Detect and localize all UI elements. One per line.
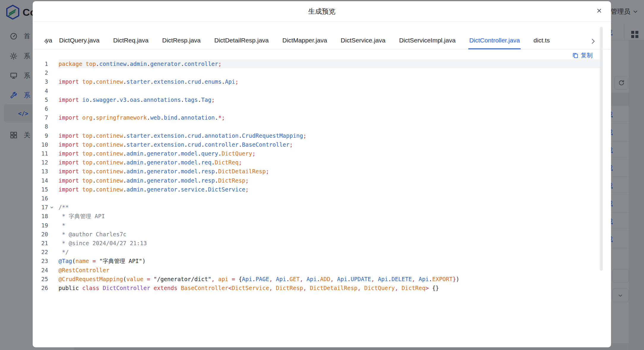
copy-label: 复制 [581, 51, 593, 59]
code-line: 2 [33, 68, 600, 77]
line-number: 19 [33, 221, 48, 230]
tab-label: DictMapper.java [282, 37, 327, 44]
code-line: 5import io.swagger.v3.oas.annotations.ta… [33, 95, 600, 104]
tab-label: DictReq.java [113, 37, 148, 44]
code-line: 6 [33, 104, 600, 113]
fold-gutter [48, 131, 58, 140]
fold-gutter [48, 104, 58, 113]
code-line-content [58, 86, 600, 95]
tabs-scroll-right-icon[interactable] [590, 38, 596, 45]
code-line-content [58, 122, 600, 131]
line-number: 9 [33, 131, 48, 140]
tabs-scroll-left-icon[interactable] [43, 38, 49, 45]
code-line: 16 [33, 194, 600, 203]
code-line: 21 * @since 2024/04/27 21:13 [33, 239, 600, 248]
tab-DictQuery.java[interactable]: DictQuery.java [52, 37, 106, 49]
fold-gutter [48, 203, 58, 212]
code-line-content: import top.continew.admin.generator.mode… [58, 149, 600, 158]
tab-label: DictResp.java [162, 37, 201, 44]
code-line-content: import io.swagger.v3.oas.annotations.tag… [58, 95, 600, 104]
code-line: 3import top.continew.starter.extension.c… [33, 77, 600, 86]
code-line: 15import top.continew.admin.generator.se… [33, 185, 600, 194]
code-line-content: * @since 2024/04/27 21:13 [58, 239, 600, 248]
code-line-content: * @author Charles7c [58, 230, 600, 239]
tab-DictController.java[interactable]: DictController.java [462, 37, 526, 49]
fold-gutter [48, 266, 58, 275]
code-line: 11import top.continew.admin.generator.mo… [33, 149, 600, 158]
code-line: 17/** [33, 203, 600, 212]
tab-DictServiceImpl.java[interactable]: DictServiceImpl.java [392, 37, 462, 49]
code-line-content: */ [58, 248, 600, 256]
code-line-content: package top.continew.admin.generator.con… [58, 59, 600, 68]
fold-gutter [48, 212, 58, 221]
line-number: 23 [33, 256, 48, 265]
code-line: 1package top.continew.admin.generator.co… [33, 59, 600, 68]
fold-gutter [48, 167, 58, 176]
scrollbar-thumb[interactable] [600, 27, 603, 271]
fold-gutter [48, 194, 58, 203]
code-line-content: * [58, 221, 600, 230]
line-number: 13 [33, 167, 48, 176]
code-preview-body: 复制 1package top.continew.admin.generator… [33, 50, 611, 347]
fold-gutter [48, 158, 58, 167]
fold-chevron-icon[interactable] [50, 205, 54, 209]
fold-gutter [48, 113, 58, 122]
fold-gutter [48, 185, 58, 194]
fold-gutter [48, 221, 58, 230]
code-block: 1package top.continew.admin.generator.co… [33, 59, 600, 292]
code-line-content: @Tag(name = "字典管理 API") [58, 256, 600, 265]
line-number: 3 [33, 77, 48, 86]
close-icon[interactable]: × [594, 5, 605, 16]
code-line-content: import top.continew.admin.generator.mode… [58, 176, 600, 185]
code-line-content: import top.continew.starter.extension.cr… [58, 77, 600, 86]
code-line: 20 * @author Charles7c [33, 230, 600, 239]
file-tabs-bar: va DictQuery.javaDictReq.javaDictResp.ja… [33, 22, 611, 50]
code-line-content [58, 68, 600, 77]
fold-gutter [48, 239, 58, 248]
tab-dict.ts[interactable]: dict.ts [527, 37, 557, 49]
line-number: 11 [33, 149, 48, 158]
line-number: 2 [33, 68, 48, 77]
code-line: 26public class DictController extends Ba… [33, 284, 600, 292]
tab-DictMapper.java[interactable]: DictMapper.java [276, 37, 334, 49]
fold-gutter [48, 284, 58, 292]
code-line-content [58, 104, 600, 113]
code-line-content: import top.continew.starter.extension.cr… [58, 140, 600, 149]
code-line: 19 * [33, 221, 600, 230]
tab-DictResp.java[interactable]: DictResp.java [155, 37, 208, 49]
tab-DictService.java[interactable]: DictService.java [334, 37, 393, 49]
code-line-content: @RestController [58, 266, 600, 275]
line-number: 18 [33, 212, 48, 221]
screen: Co 首系系系关 </> 管理员 成 成成成成成成成成 [0, 0, 644, 350]
copy-button[interactable]: 复制 [572, 51, 593, 59]
line-number: 20 [33, 230, 48, 239]
tab-DictDetailResp.java[interactable]: DictDetailResp.java [208, 37, 276, 49]
line-number: 16 [33, 194, 48, 203]
fold-gutter [48, 149, 58, 158]
fold-gutter [48, 68, 58, 77]
line-number: 15 [33, 185, 48, 194]
tab-label: DictServiceImpl.java [399, 37, 455, 44]
code-line-content: /** [58, 203, 600, 212]
tab-label: dict.ts [534, 37, 550, 44]
tab-label: DictService.java [341, 37, 386, 44]
tab-label: DictQuery.java [59, 37, 99, 44]
tab-label: DictController.java [469, 37, 520, 44]
code-line: 14import top.continew.admin.generator.mo… [33, 176, 600, 185]
fold-gutter [48, 248, 58, 256]
fold-gutter [48, 275, 58, 284]
tab-DictReq.java[interactable]: DictReq.java [106, 37, 155, 49]
line-number: 1 [33, 59, 48, 68]
active-tab-underline [468, 48, 520, 49]
line-number: 26 [33, 284, 48, 292]
code-line: 18 * 字典管理 API [33, 212, 600, 221]
fold-gutter [48, 140, 58, 149]
fold-gutter [48, 59, 58, 68]
line-number: 4 [33, 86, 48, 95]
generate-preview-modal: 生成预览 × va DictQuery.javaDictReq.javaDict… [33, 1, 611, 347]
line-number: 25 [33, 275, 48, 284]
code-line: 10import top.continew.starter.extension.… [33, 140, 600, 149]
fold-gutter [48, 122, 58, 131]
line-number: 7 [33, 113, 48, 122]
code-line: 12import top.continew.admin.generator.mo… [33, 158, 600, 167]
